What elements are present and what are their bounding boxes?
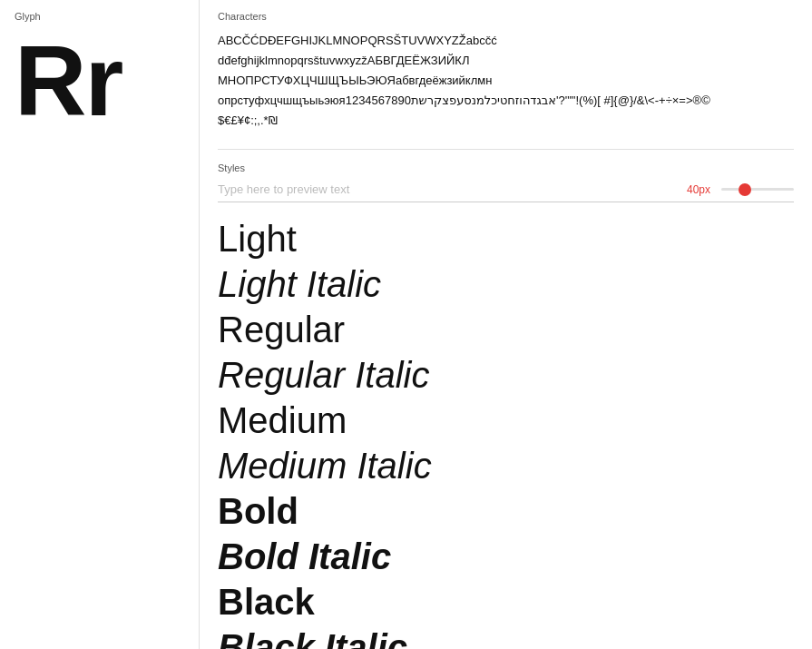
- style-medium[interactable]: Medium: [218, 398, 794, 442]
- right-panel: Characters ABCČĆDĐEFGHIJKLMNOPQRSŠTUVWXY…: [200, 0, 812, 649]
- characters-section: Characters ABCČĆDĐEFGHIJKLMNOPQRSŠTUVWXY…: [218, 11, 794, 131]
- style-regular-italic[interactable]: Regular Italic: [218, 353, 794, 397]
- characters-text: ABCČĆDĐEFGHIJKLMNOPQRSŠTUVWXYZŽabcčć dđe…: [218, 31, 794, 131]
- section-divider: [218, 149, 794, 150]
- style-black-italic[interactable]: Black Italic: [218, 625, 794, 649]
- style-regular[interactable]: Regular: [218, 308, 794, 351]
- glyph-display: Rr: [15, 31, 184, 131]
- style-bold[interactable]: Bold: [218, 489, 794, 533]
- main-container: Glyph Rr Characters ABCČĆDĐEFGHIJKLMNOPQ…: [0, 0, 812, 649]
- styles-list: Light Light Italic Regular Regular Itali…: [218, 217, 794, 649]
- font-size-slider[interactable]: [721, 188, 794, 191]
- style-medium-italic[interactable]: Medium Italic: [218, 444, 794, 487]
- styles-section: Styles 40px Light Light Italic Regular R…: [218, 162, 794, 649]
- style-light-italic[interactable]: Light Italic: [218, 262, 794, 306]
- slider-container: [721, 188, 794, 191]
- px-label: 40px: [687, 183, 710, 196]
- style-black[interactable]: Black: [218, 580, 794, 624]
- preview-input[interactable]: [218, 182, 676, 196]
- glyph-panel: Glyph Rr: [0, 0, 200, 649]
- glyph-label: Glyph: [15, 11, 184, 22]
- preview-row: 40px: [218, 182, 794, 202]
- style-bold-italic[interactable]: Bold Italic: [218, 535, 794, 578]
- styles-label: Styles: [218, 162, 794, 173]
- style-light[interactable]: Light: [218, 217, 794, 261]
- characters-label: Characters: [218, 11, 794, 22]
